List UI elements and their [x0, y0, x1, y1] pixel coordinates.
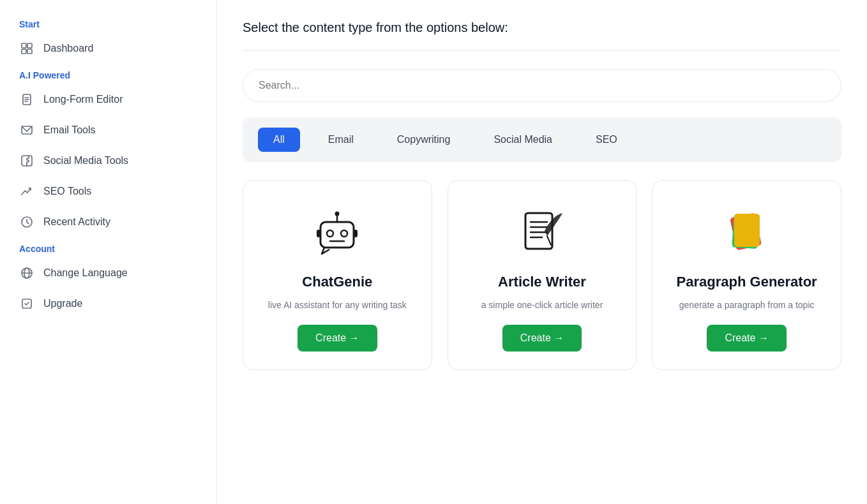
grid-icon [19, 41, 34, 56]
chatgenie-desc: live AI assistant for any writing task [268, 298, 407, 312]
chatgenie-create-button[interactable]: Create → [298, 325, 377, 352]
filter-tab-seo[interactable]: SEO [580, 128, 633, 152]
sidebar-item-long-form-label: Long-Form Editor [43, 94, 123, 105]
article-writer-icon [513, 204, 571, 261]
sidebar-item-recent-label: Recent Activity [43, 216, 110, 228]
filter-tab-social-media[interactable]: Social Media [478, 128, 568, 152]
search-input[interactable] [243, 69, 841, 102]
card-article-writer: Article Writer a simple one-click articl… [448, 180, 637, 370]
svg-point-20 [335, 212, 340, 216]
article-writer-desc: a simple one-click article writer [481, 298, 603, 312]
svg-rect-1 [27, 43, 32, 48]
card-paragraph-generator: Paragraph Generator generate a paragraph… [652, 180, 841, 370]
svg-rect-3 [27, 49, 32, 54]
filter-bar: All Email Copywriting Social Media SEO [243, 117, 841, 162]
sidebar-item-email-label: Email Tools [43, 124, 96, 136]
sidebar-item-dashboard-label: Dashboard [43, 43, 93, 54]
sidebar-item-seo-label: SEO Tools [43, 186, 91, 197]
facebook-icon [19, 153, 34, 168]
search-container [243, 69, 841, 102]
article-writer-title: Article Writer [498, 274, 586, 290]
sidebar-section-ai: A.I Powered [0, 64, 216, 84]
chatgenie-title: ChatGenie [302, 274, 372, 290]
sidebar-item-social-label: Social Media Tools [43, 155, 128, 167]
doc-icon [19, 92, 34, 107]
main-content: Select the content type from the options… [217, 0, 867, 504]
email-icon [19, 122, 34, 138]
svg-rect-0 [22, 43, 26, 48]
svg-rect-30 [734, 214, 760, 247]
filter-tab-copywriting[interactable]: Copywriting [382, 128, 466, 152]
clock-icon [19, 214, 34, 230]
paragraph-generator-create-button[interactable]: Create → [707, 325, 786, 352]
svg-rect-21 [317, 230, 320, 237]
paragraph-generator-desc: generate a paragraph from a topic [679, 298, 815, 312]
sidebar-item-social-media-tools[interactable]: Social Media Tools [0, 145, 216, 176]
svg-point-16 [327, 230, 333, 237]
card-chatgenie: ChatGenie live AI assistant for any writ… [243, 180, 432, 370]
filter-tab-all[interactable]: All [258, 128, 300, 152]
sidebar-item-recent-activity[interactable]: Recent Activity [0, 207, 216, 237]
sidebar-item-dashboard[interactable]: Dashboard [0, 33, 216, 64]
trend-icon [19, 184, 34, 199]
sidebar-item-upgrade[interactable]: Upgrade [0, 288, 216, 319]
filter-tab-email[interactable]: Email [313, 128, 369, 152]
sidebar: Start Dashboard A.I Powered Long-Form Ed… [0, 0, 217, 504]
chatgenie-icon [308, 204, 366, 261]
sidebar-section-start: Start [0, 13, 216, 33]
cards-grid: ChatGenie live AI assistant for any writ… [243, 180, 841, 370]
check-box-icon [19, 296, 34, 311]
article-writer-create-button[interactable]: Create → [502, 325, 582, 352]
divider [243, 50, 841, 51]
paragraph-generator-title: Paragraph Generator [677, 274, 817, 290]
page-title: Select the content type from the options… [243, 20, 841, 35]
sidebar-item-email-tools[interactable]: Email Tools [0, 115, 216, 145]
paragraph-generator-icon [718, 204, 776, 261]
globe-icon [19, 265, 34, 281]
svg-rect-15 [320, 222, 354, 248]
sidebar-item-change-language[interactable]: Change Language [0, 258, 216, 288]
svg-rect-22 [354, 230, 358, 237]
sidebar-item-language-label: Change Language [43, 267, 128, 279]
sidebar-section-account: Account [0, 237, 216, 258]
sidebar-item-seo-tools[interactable]: SEO Tools [0, 176, 216, 207]
sidebar-item-upgrade-label: Upgrade [43, 298, 82, 309]
sidebar-item-long-form-editor[interactable]: Long-Form Editor [0, 84, 216, 115]
svg-point-17 [341, 230, 347, 237]
svg-rect-2 [22, 49, 26, 54]
